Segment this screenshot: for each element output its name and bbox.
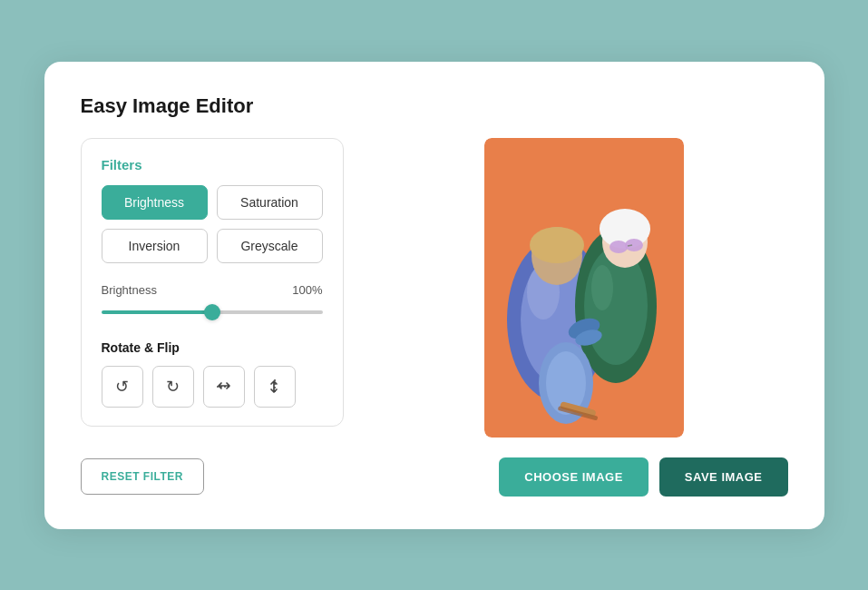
svg-line-16 [628,245,632,246]
filters-label: Filters [102,157,323,172]
rotate-label-text: Rotate & [102,340,157,355]
svg-point-15 [625,239,643,251]
slider-value: 100% [292,283,322,297]
svg-point-8 [530,227,584,263]
rotate-flip-label: Rotate & Flip [102,340,323,355]
filter-buttons-grid: Brightness Saturation Inversion Greyscal… [102,185,323,263]
editor-card: Easy Image Editor Filters Brightness Sat… [44,62,824,529]
flip-vertical-btn[interactable] [203,366,245,408]
reset-filter-button[interactable]: RESET FILTER [81,458,204,495]
flip-horizontal-icon [266,378,284,396]
footer-right: CHOOSE IMAGE SAVE IMAGE [499,457,787,497]
flip-horizontal-btn[interactable] [254,366,296,408]
slider-wrapper [102,304,323,320]
rotate-buttons-row: ↺ ↻ [102,366,323,408]
reset-highlight: FILTER [143,470,183,483]
brightness-slider-section: Brightness 100% [102,283,323,320]
filter-btn-greyscale[interactable]: Greyscale [217,229,323,263]
svg-point-14 [610,241,628,253]
rotate-flip-section: Rotate & Flip ↺ ↻ [102,340,323,408]
reset-label: RESET [102,470,143,483]
slider-label: Brightness [102,283,157,297]
rotate-left-btn[interactable]: ↺ [102,366,143,408]
flip-vertical-icon [215,378,233,396]
preview-image [484,138,684,438]
image-preview [380,138,788,438]
flip-label-bold: Flip [157,340,180,355]
filter-btn-inversion[interactable]: Inversion [102,229,208,263]
filter-btn-saturation[interactable]: Saturation [217,185,323,220]
brightness-range-input[interactable] [102,310,323,314]
filters-panel: Filters Brightness Saturation Inversion … [81,138,344,427]
card-body: Filters Brightness Saturation Inversion … [81,138,788,438]
choose-image-button[interactable]: CHOOSE IMAGE [499,457,649,497]
app-title: Easy Image Editor [81,94,788,118]
save-image-button[interactable]: SAVE IMAGE [659,457,788,497]
slider-row: Brightness 100% [102,283,323,297]
card-footer: RESET FILTER CHOOSE IMAGE SAVE IMAGE [81,457,788,497]
svg-point-11 [591,265,613,310]
rotate-right-btn[interactable]: ↻ [152,366,194,408]
filter-btn-brightness[interactable]: Brightness [102,185,208,220]
